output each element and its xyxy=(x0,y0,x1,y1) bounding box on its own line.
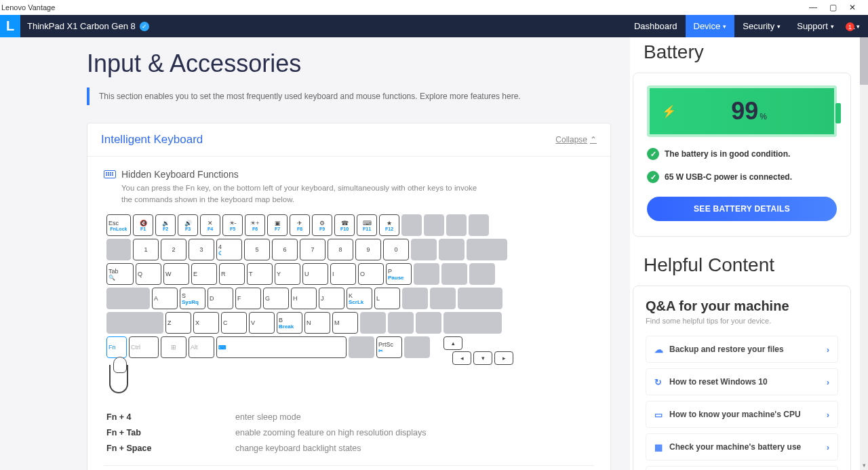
qa-card: Q&A for your machine Find some helpful t… xyxy=(633,286,851,470)
chevron-down-icon: ▾ xyxy=(856,23,860,30)
scrollbar-thumb[interactable] xyxy=(860,37,868,85)
main-column: Input & Accessories This section enables… xyxy=(0,37,630,470)
window-controls: — ▢ ✕ xyxy=(809,3,863,12)
card-title: Intelligent Keyboard xyxy=(101,133,203,146)
helpful-section-title: Helpful Content xyxy=(644,254,851,276)
chevron-right-icon: › xyxy=(827,410,829,420)
user-menu[interactable]: L ▾ 1 xyxy=(842,21,868,31)
qa-subtitle: Find some helpful tips for your device. xyxy=(646,317,838,325)
nav-security[interactable]: Security▾ xyxy=(734,15,789,37)
logo[interactable]: L xyxy=(0,15,20,37)
keyboard-icon xyxy=(104,170,116,178)
battery-indicator: ⚡ 99% xyxy=(647,85,837,137)
device-name[interactable]: ThinkPad X1 Carbon Gen 8 ✓ xyxy=(27,21,149,31)
qa-title: Q&A for your machine xyxy=(646,298,838,314)
check-icon: ✓ xyxy=(647,171,659,183)
hidden-functions-title: Hidden Keyboard Functions xyxy=(121,169,239,180)
nav-dashboard[interactable]: Dashboard xyxy=(626,15,686,37)
check-icon: ✓ xyxy=(647,148,659,160)
qa-item-battery[interactable]: ▦Check your machine's battery use› xyxy=(646,433,838,461)
chevron-down-icon: ▾ xyxy=(831,23,834,30)
chevron-right-icon: › xyxy=(827,345,829,355)
see-battery-details-button[interactable]: SEE BATTERY DETAILS xyxy=(647,197,837,221)
battery-status-2: 65 W USB-C power is connected. xyxy=(665,172,792,182)
battery-icon: ▦ xyxy=(654,442,669,452)
vertical-scrollbar[interactable]: ▾ xyxy=(860,37,868,470)
nav-support[interactable]: Support▾ xyxy=(789,15,842,37)
battery-section-title: Battery xyxy=(644,41,851,63)
titlebar: Lenovo Vantage — ▢ ✕ xyxy=(0,0,868,15)
close-button[interactable]: ✕ xyxy=(849,3,856,12)
minimize-button[interactable]: — xyxy=(809,3,817,12)
battery-status-1: The battery is in good condition. xyxy=(665,149,790,159)
chevron-right-icon: › xyxy=(827,377,829,387)
chevron-down-icon: ▾ xyxy=(723,23,726,30)
nav-device[interactable]: Device▾ xyxy=(686,15,735,37)
chevron-up-icon: ⌃ xyxy=(590,135,597,144)
scroll-down-icon[interactable]: ▾ xyxy=(861,462,867,469)
navbar: L ThinkPad X1 Carbon Gen 8 ✓ Dashboard D… xyxy=(0,15,868,37)
page-title: Input & Accessories xyxy=(87,50,611,78)
verified-icon: ✓ xyxy=(140,22,149,31)
hidden-functions-desc: You can press the Fn key, on the bottom … xyxy=(121,182,488,205)
fn-shortcuts-table: Fn + 4enter sleep mode Fn + Tabenable zo… xyxy=(106,412,594,453)
maximize-button[interactable]: ▢ xyxy=(829,3,837,12)
intelligent-keyboard-card: Intelligent Keyboard Collapse⌃ Hidden Ke… xyxy=(87,123,611,470)
chevron-down-icon: ▾ xyxy=(777,23,781,30)
qa-item-tablet[interactable]: ▯Use your PC like a tablet› xyxy=(646,466,838,470)
keyboard-map: EscFnLock 🔇F1 🔉F2 🔊F3 ✕F4 ☀-F5 ☀+F6 ▣F7 … xyxy=(106,214,513,393)
refresh-icon: ↻ xyxy=(654,377,669,387)
side-column: Battery ⚡ 99% ✓The battery is in good co… xyxy=(630,37,868,470)
qa-item-backup[interactable]: ☁Backup and restore your files› xyxy=(646,336,838,363)
monitor-icon: ▭ xyxy=(654,410,669,420)
notification-badge: 1 xyxy=(846,22,854,31)
plug-icon: ⚡ xyxy=(662,104,676,119)
qa-item-cpu[interactable]: ▭How to know your machine's CPU› xyxy=(646,401,838,428)
chevron-right-icon: › xyxy=(827,442,829,452)
battery-card: ⚡ 99% ✓The battery is in good condition.… xyxy=(633,73,851,237)
collapse-toggle[interactable]: Collapse⌃ xyxy=(555,135,597,144)
qa-item-reset[interactable]: ↻How to reset Windows 10› xyxy=(646,368,838,395)
intro-text: This section enables you to set the most… xyxy=(87,87,611,105)
fn-finger-icon xyxy=(109,365,128,393)
window-title: Lenovo Vantage xyxy=(1,3,55,12)
cloud-icon: ☁ xyxy=(654,345,669,355)
